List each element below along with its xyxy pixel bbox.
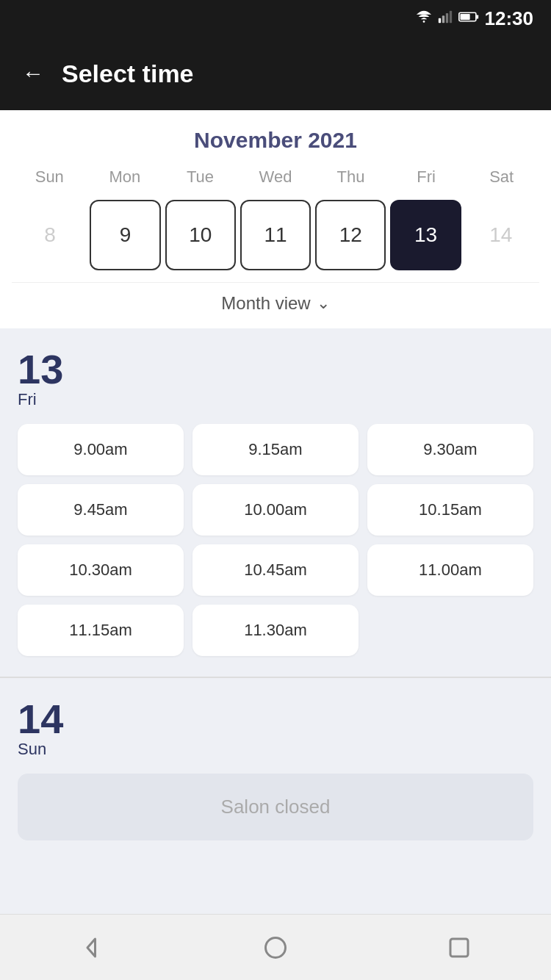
slot-1115am[interactable]: 11.15am (18, 605, 184, 656)
day-number-13: 13 (18, 349, 63, 390)
day-cell-13[interactable]: 13 (390, 200, 461, 270)
day-name-sun: Sun (18, 740, 46, 759)
day-info-14: 14 Sun (18, 699, 533, 759)
back-button[interactable]: ← (22, 61, 44, 86)
day-cell-14[interactable]: 14 (466, 200, 536, 270)
slot-1030am[interactable]: 10.30am (18, 544, 184, 596)
slot-1015am[interactable]: 10.15am (367, 484, 533, 536)
day-name-fri: Fri (18, 390, 37, 409)
slot-900am[interactable]: 9.00am (18, 424, 184, 475)
month-label: November 2021 (12, 128, 539, 153)
slot-915am[interactable]: 9.15am (192, 424, 359, 475)
day-cell-10[interactable]: 10 (165, 200, 236, 270)
day-header-tue: Tue (162, 167, 238, 187)
day-header-mon: Mon (87, 167, 163, 187)
svg-rect-6 (475, 15, 478, 19)
status-icons: 12:30 (416, 7, 534, 30)
slots-container-14: Salon closed (18, 774, 533, 840)
svg-rect-2 (442, 15, 444, 23)
day-cell-8[interactable]: 8 (15, 200, 85, 270)
slot-1100am[interactable]: 11.00am (367, 544, 533, 596)
slot-1045am[interactable]: 10.45am (192, 544, 359, 596)
svg-point-0 (422, 21, 425, 23)
day-headers: Sun Mon Tue Wed Thu Fri Sat (12, 167, 539, 187)
svg-rect-4 (449, 11, 451, 24)
page-title: Select time (62, 60, 194, 88)
svg-rect-1 (438, 18, 440, 24)
svg-rect-10 (450, 939, 468, 956)
day-info-13: 13 Fri (18, 349, 533, 409)
day-cell-12[interactable]: 12 (315, 200, 386, 270)
timeslots-area: 13 Fri 9.00am 9.15am 9.30am 9.45am 10.00… (0, 328, 551, 914)
svg-point-9 (266, 937, 286, 957)
day-section-14: 14 Sun Salon closed (0, 677, 551, 861)
salon-closed-message: Salon closed (18, 774, 533, 840)
nav-back-button[interactable] (73, 929, 110, 966)
nav-home-button[interactable] (257, 929, 294, 966)
day-header-sat: Sat (464, 167, 539, 187)
day-section-13: 13 Fri 9.00am 9.15am 9.30am 9.45am 10.00… (0, 328, 551, 677)
calendar-section: November 2021 Sun Mon Tue Wed Thu Fri Sa… (0, 110, 551, 328)
day-header-wed: Wed (238, 167, 314, 187)
month-view-toggle[interactable]: Month view ⌄ (12, 282, 539, 328)
month-view-label: Month view (221, 293, 310, 314)
battery-icon (458, 10, 479, 26)
nav-bar (0, 914, 551, 980)
days-row: 8 9 10 11 12 13 14 (12, 194, 539, 282)
day-header-sun: Sun (12, 167, 87, 187)
chevron-down-icon: ⌄ (317, 294, 330, 313)
day-cell-11[interactable]: 11 (240, 200, 311, 270)
status-bar: 12:30 (0, 0, 551, 37)
svg-rect-3 (445, 13, 447, 23)
wifi-icon (416, 9, 432, 28)
signal-icon (438, 9, 453, 28)
nav-recents-button[interactable] (441, 929, 478, 966)
day-header-thu: Thu (313, 167, 389, 187)
svg-marker-8 (87, 939, 96, 956)
status-time: 12:30 (485, 7, 534, 30)
slots-container-13: 9.00am 9.15am 9.30am 9.45am 10.00am 10.1… (18, 424, 533, 656)
day-number-14: 14 (18, 699, 63, 740)
slot-1130am[interactable]: 11.30am (192, 605, 359, 656)
slot-1000am[interactable]: 10.00am (192, 484, 359, 536)
day-cell-9[interactable]: 9 (90, 200, 160, 270)
slot-945am[interactable]: 9.45am (18, 484, 184, 536)
svg-rect-7 (460, 14, 469, 20)
slot-930am[interactable]: 9.30am (367, 424, 533, 475)
app-header: ← Select time (0, 37, 551, 110)
day-header-fri: Fri (389, 167, 464, 187)
